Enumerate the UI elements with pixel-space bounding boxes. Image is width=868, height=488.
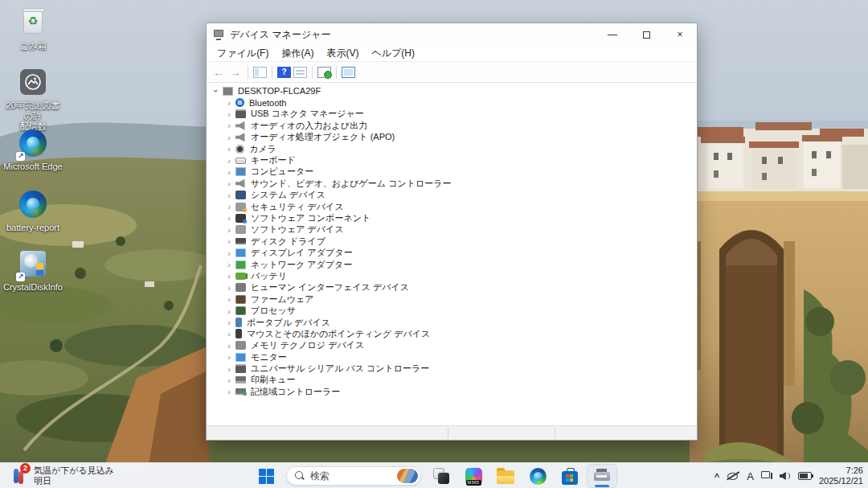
tree-root-computer[interactable]: › DESKTOP-FLCA29F [211,85,697,96]
expand-chevron-icon[interactable]: › [224,226,234,234]
desktop-icon-crystaldiskinfo[interactable]: ↗ CrystalDiskInfo [2,249,64,293]
expand-chevron-icon[interactable]: › [224,121,234,129]
device-node-memory-technology-devices[interactable]: ›メモリ テクノロジ デバイス [224,340,697,351]
expand-chevron-icon[interactable]: › [224,203,234,211]
microsoft-store-button[interactable] [555,464,585,488]
ime-mode-indicator[interactable]: A [747,470,754,482]
security-devices-icon [235,203,246,211]
device-node-universal-serial-bus-controllers[interactable]: ›ユニバーサル シリアル バス コントローラー [224,363,697,374]
expand-chevron-icon[interactable]: › [224,342,234,350]
expand-chevron-icon[interactable]: › [224,388,234,396]
device-node-sound-video-and-game-controllers[interactable]: ›サウンド、ビデオ、およびゲーム コントローラー [224,178,697,189]
maximize-button[interactable] [629,23,663,46]
desktop-icon-recycle-bin[interactable]: ♻ ごみ箱 [2,8,64,51]
expand-chevron-icon[interactable]: › [224,330,234,338]
device-node-security-devices[interactable]: ›セキュリティ デバイス [224,201,697,212]
device-node-audio-processing-objects[interactable]: ›オーディオ処理オブジェクト (APO) [224,132,697,143]
weather-widget[interactable]: 2 気温が下がる見込み 明日 [5,463,121,488]
file-explorer-button[interactable] [490,464,521,488]
menu-view[interactable]: 表示(V) [321,45,364,62]
expand-chevron-icon[interactable]: › [224,133,234,141]
expand-chevron-icon[interactable]: › [224,365,234,373]
back-button[interactable]: ← [211,66,226,79]
device-node-system-devices[interactable]: ›システム デバイス [224,190,697,201]
expand-chevron-icon[interactable]: › [224,284,234,292]
start-button[interactable] [251,464,281,488]
device-node-firmware[interactable]: ›ファームウェア [224,293,697,305]
collapse-chevron-icon[interactable]: › [211,87,221,95]
device-category-label: ヒューマン インターフェイス デバイス [251,281,409,293]
expand-chevron-icon[interactable]: › [224,353,234,361]
show-console-tree-button[interactable] [253,67,267,78]
mice-and-other-pointing-devices-icon [235,329,242,338]
device-category-label: ディスク ドライブ [251,236,326,248]
expand-chevron-icon[interactable]: › [224,295,234,303]
expand-chevron-icon[interactable]: › [224,307,234,315]
device-node-portable-devices[interactable]: ›ポータブル デバイス [224,317,697,328]
device-node-bluetooth[interactable]: ›BBluetooth [224,96,697,108]
expand-chevron-icon[interactable]: › [224,99,234,107]
menu-help[interactable]: ヘルプ(H) [366,45,420,62]
expand-chevron-icon[interactable]: › [224,145,234,153]
task-view-button[interactable] [426,464,457,488]
device-node-display-adapters[interactable]: ›ディスプレイ アダプター [224,247,697,258]
close-button[interactable]: × [663,23,697,46]
expand-chevron-icon[interactable]: › [224,376,234,384]
device-node-storage-controllers[interactable]: ›記憶域コントローラー [224,386,697,397]
hidden-icons-chevron[interactable]: ^ [714,472,719,482]
expand-chevron-icon[interactable]: › [224,179,234,187]
properties-button[interactable] [293,67,307,78]
expand-chevron-icon[interactable]: › [224,272,234,280]
copilot-button[interactable]: M365 [458,464,489,488]
device-node-software-devices[interactable]: ›ソフトウェア デバイス [224,224,697,236]
desktop-icon-battery-report[interactable]: battery-report [2,190,64,233]
expand-chevron-icon[interactable]: › [224,237,234,245]
edge-button[interactable] [522,464,553,488]
device-node-print-queues[interactable]: ›印刷キュー [224,375,697,386]
menu-action[interactable]: 操作(A) [276,45,319,62]
menu-file[interactable]: ファイル(F) [211,45,274,62]
device-node-monitors[interactable]: ›モニター [224,351,697,363]
device-node-keyboards[interactable]: ›キーボード [224,154,697,166]
display-adapters-icon [235,248,246,257]
eye-slash-icon[interactable] [727,471,739,481]
desktop-icon-image-file[interactable]: 20年完走図書の許 配信数 [2,68,64,132]
search-box[interactable]: 検索 [286,466,421,486]
help-button[interactable]: ? [277,67,291,78]
expand-chevron-icon[interactable]: › [224,157,234,165]
expand-chevron-icon[interactable]: › [224,191,234,199]
device-node-network-adapters[interactable]: ›ネットワーク アダプター [224,259,697,270]
battery-icon[interactable] [798,472,812,480]
store-icon [562,471,578,485]
device-manager-taskbar-button[interactable] [587,464,617,488]
device-node-audio-inputs-and-outputs[interactable]: ›オーディオの入力および出力 [224,120,697,131]
device-category-label: USB コネクタ マネージャー [251,108,364,120]
volume-icon[interactable] [780,471,791,481]
expand-chevron-icon[interactable]: › [224,214,234,222]
scan-hardware-changes-button[interactable] [317,67,331,78]
device-node-usb-connector-manager[interactable]: ›USB コネクタ マネージャー [224,109,697,120]
system-devices-icon [235,191,246,199]
expand-chevron-icon[interactable]: › [224,318,234,326]
monitors-icon [235,353,246,362]
device-node-computer[interactable]: ›コンピューター [224,166,697,178]
device-node-mice-and-other-pointing-devices[interactable]: ›マウスとそのほかのポインティング デバイス [224,328,697,339]
expand-chevron-icon[interactable]: › [224,260,234,269]
device-node-processors[interactable]: ›プロセッサ [224,305,697,316]
expand-chevron-icon[interactable]: › [224,249,234,257]
expand-chevron-icon[interactable]: › [224,110,234,118]
device-node-human-interface-devices[interactable]: ›ヒューマン インターフェイス デバイス [224,282,697,293]
forward-button[interactable]: → [228,66,243,79]
devices-view-button[interactable] [342,67,355,78]
desktop-icon-microsoft-edge[interactable]: ↗ Microsoft Edge [2,129,64,172]
network-icon[interactable] [761,471,772,481]
window-titlebar[interactable]: デバイス マネージャー — × [207,23,697,46]
clock[interactable]: 7:26 2025/12/21 [819,465,863,486]
minimize-button[interactable]: — [596,23,629,46]
device-node-disk-drives[interactable]: ›ディスク ドライブ [224,236,697,247]
device-category-label: ソフトウェア デバイス [251,223,344,236]
device-node-software-components[interactable]: ›ソフトウェア コンポーネント [224,212,697,223]
device-node-cameras[interactable]: ›カメラ [224,143,697,154]
expand-chevron-icon[interactable]: › [224,168,234,176]
device-node-batteries[interactable]: ›バッテリ [224,270,697,281]
